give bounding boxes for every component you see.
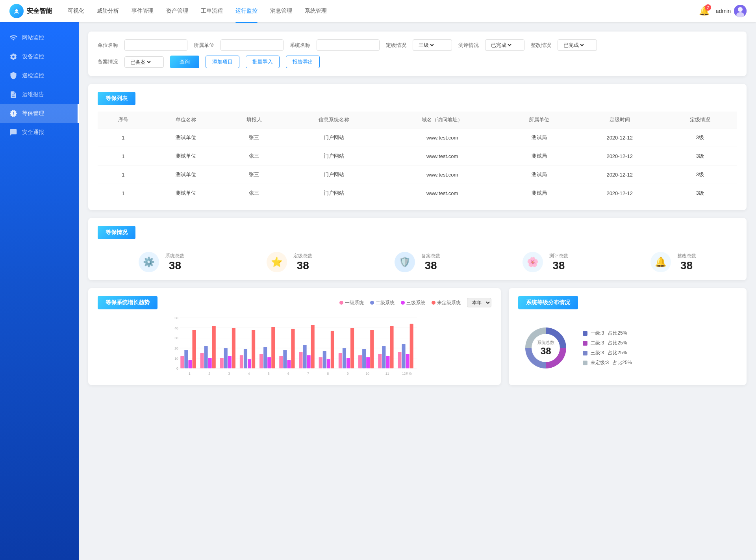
eval-label: 测评情况 [458,42,479,49]
nav-monitor[interactable]: 运行监控 [235,6,258,16]
nav-threat[interactable]: 威胁分析 [97,6,119,16]
stat-num-total: 38 [165,259,184,272]
app-name: 安全智能 [27,7,52,15]
svg-rect-51 [311,325,315,368]
svg-rect-50 [307,355,311,368]
legend-level1: 一级系统 [339,300,364,306]
svg-rect-31 [232,328,235,368]
stat-num-eval: 38 [549,259,568,272]
nav-event[interactable]: 事件管理 [132,6,154,16]
sidebar-label-security: 安全通报 [22,129,44,136]
filing-select[interactable]: 已备案未备案 [129,59,152,65]
bar-chart-title: 等保系统增长趋势 [98,296,158,309]
svg-text:7: 7 [307,372,309,376]
nav-system[interactable]: 系统管理 [305,6,327,16]
nav-workflow[interactable]: 工单流程 [201,6,223,16]
export-button[interactable]: 报告导出 [286,56,320,68]
eval-select[interactable]: 已完成未开始进行中 [489,42,513,48]
notification-bell[interactable]: 🔔 2 [699,6,710,16]
sidebar-item-device[interactable]: 设备监控 [0,47,79,66]
table-cell-unit: 测试单位 [149,184,223,203]
nav-visualization[interactable]: 可视化 [68,6,84,16]
nav-asset[interactable]: 资产管理 [166,6,188,16]
svg-text:6: 6 [287,372,289,376]
legend-label-1: 一级系统 [345,300,364,306]
table-cell-unit: 测试单位 [149,128,223,147]
table-cell-seq: 1 [98,128,149,147]
import-button[interactable]: 批量导入 [246,56,280,68]
stat-inner-total: ⚙️ 系统总数 38 [139,252,184,272]
svg-rect-44 [283,350,287,368]
unit-name-label: 单位名称 [98,42,118,49]
nav-right: 🔔 2 admin [699,5,747,17]
legend-label-2: 二级系统 [376,300,395,306]
unit-name-input[interactable] [124,39,187,51]
grade-select[interactable]: 三级一级二级四级 [417,42,435,48]
donut-legend-color-2 [583,351,587,355]
main-layout: 网站监控 设备监控 巡检监控 运维报告 等保管理 [0,22,756,560]
table-header-row: 序号 单位名称 填报人 信息系统名称 域名（访问地址） 所属单位 定级时间 定级… [98,112,737,128]
rectify-select-wrap: 已完成未开始进行中 [558,39,597,51]
stat-label-filing: 备案总数 [421,253,440,259]
svg-rect-20 [188,360,192,368]
svg-rect-71 [390,326,393,368]
svg-rect-59 [343,348,346,368]
stat-num-rectify: 38 [677,259,696,272]
sidebar-item-security[interactable]: 安全通报 [0,123,79,142]
donut-chart-panel: 系统等级分布情况 系统总数 38 一级:3 占比25%二级:3 占比25%三级:… [509,288,747,385]
logo-icon [9,4,24,18]
grade-select-wrap: 三级一级二级四级 [413,39,452,51]
stat-item-rectify: 🔔 整改总数 38 [650,252,696,272]
stats-section-title: 等保情况 [98,226,135,239]
svg-text:1: 1 [189,372,191,376]
donut-chart-title: 系统等级分布情况 [518,296,578,309]
svg-rect-41 [271,327,275,368]
user-menu[interactable]: admin [716,5,747,17]
sidebar-item-patrol[interactable]: 巡检监控 [0,66,79,85]
filter-row-2: 备案情况 已备案未备案 查询 添加项目 批量导入 报告导出 [98,56,737,68]
app-logo[interactable]: 安全智能 [9,4,52,18]
table-cell-grade: 3级 [663,147,737,166]
table-row[interactable]: 1测试单位张三门户网站www.test.com测试局2020-12-123级 [98,147,737,166]
col-seq: 序号 [98,112,149,128]
svg-rect-76 [410,324,413,368]
rectify-select[interactable]: 已完成未开始进行中 [562,42,585,48]
svg-text:2: 2 [208,372,210,376]
svg-rect-48 [299,352,302,368]
table-cell-belong: 测试局 [502,166,576,184]
bar-chart-svg: 01020304050123456789101112月份 [98,314,491,377]
table-row[interactable]: 1测试单位张三门户网站www.test.com测试局2020-12-123级 [98,128,737,147]
system-name-input[interactable] [317,39,380,51]
bar-chart-area: 01020304050123456789101112月份 [98,314,491,377]
bell-stat-icon: 🔔 [650,252,671,272]
table-row[interactable]: 1测试单位张三门户网站www.test.com测试局2020-12-123级 [98,166,737,184]
legend-dot-4 [432,301,435,305]
table-cell-domain: www.test.com [382,147,502,166]
nav-message[interactable]: 消息管理 [270,6,292,16]
svg-text:20: 20 [174,346,178,350]
bar-chart-panel: 等保系统增长趋势 一级系统 二级系统 [88,288,501,385]
add-button[interactable]: 添加项目 [206,56,239,68]
svg-text:11: 11 [385,372,389,376]
sidebar-item-report[interactable]: 运维报告 [0,85,79,104]
col-domain: 域名（访问地址） [382,112,502,128]
year-select[interactable]: 本年去年 [467,298,491,307]
svg-rect-46 [291,329,295,368]
sidebar-label-device: 设备监控 [22,53,44,60]
donut-legend-color-0 [583,331,587,336]
sidebar-item-website[interactable]: 网站监控 [0,28,79,47]
sidebar-item-protection[interactable]: 等保管理 [0,104,79,123]
svg-point-1 [15,9,16,10]
belong-unit-input[interactable] [220,39,284,51]
col-unit: 单位名称 [149,112,223,128]
table-row[interactable]: 1测试单位张三门户网站www.test.com测试局2020-12-123级 [98,184,737,203]
bar-chart-toolbar: 等保系统增长趋势 一级系统 二级系统 [98,296,491,309]
stats-panel: 等保情况 ⚙️ 系统总数 38 ⭐ [88,218,747,280]
stat-text-grade: 定级总数 38 [293,253,312,272]
query-button[interactable]: 查询 [170,56,199,68]
svg-text:50: 50 [174,316,178,320]
flower-stat-icon: 🌸 [523,252,543,272]
table-cell-grade: 3级 [663,128,737,147]
table-section-title: 等保列表 [98,92,135,105]
donut-legend: 一级:3 占比25%二级:3 占比25%三级:3 占比25%未定级:3 占比25… [583,330,632,366]
